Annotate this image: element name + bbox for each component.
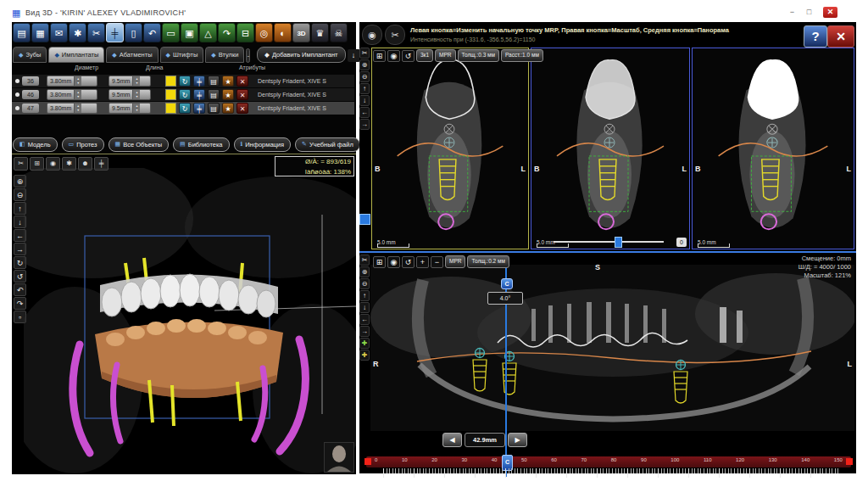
pan-left-icon[interactable]: ← <box>359 314 370 325</box>
delete-icon[interactable]: ⊟ <box>236 23 254 42</box>
scissors-icon[interactable]: ✂ <box>385 25 405 45</box>
zoom-out-icon[interactable]: ⊖ <box>359 71 370 82</box>
angle-icon[interactable]: △ <box>199 23 217 42</box>
divider-slider-handle[interactable] <box>359 214 370 225</box>
layout-icon[interactable]: ▭ <box>162 23 180 42</box>
lower-arch-model[interactable] <box>95 319 283 398</box>
spinner-icon[interactable]: ▴▾ <box>132 90 140 99</box>
length-stepper[interactable]: 9.5mm▴▾ <box>108 103 151 114</box>
xray-star-icon[interactable]: ★ <box>222 89 234 100</box>
model-button[interactable]: ◧Модель <box>13 137 58 152</box>
slice-slider-handle[interactable] <box>615 237 622 248</box>
settings-icon[interactable]: ✱ <box>69 23 86 42</box>
color-swatch[interactable] <box>165 76 176 87</box>
zoom-out-icon[interactable]: ⊖ <box>359 278 370 289</box>
table-row[interactable]: 46 3.80mm▴▾ 9.5mm▴▾ ↻ ╪ ▤ ★ ✕ Dentsply F… <box>12 88 354 101</box>
report-icon[interactable]: ✉ <box>50 23 68 42</box>
camera-icon[interactable]: ◉ <box>387 256 400 268</box>
thickness-button[interactable]: Толщ.:0.3 мм <box>458 49 499 62</box>
axis-3d-icon[interactable]: ✚ <box>359 338 370 349</box>
cut-icon[interactable]: ✂ <box>359 255 370 266</box>
axis-3d-icon[interactable]: ✚ <box>359 350 370 361</box>
table-row[interactable]: 36 3.80mm▴▾ 9.5mm▴▾ ↻ ╪ ▤ ★ ✕ Dentsply F… <box>12 75 354 87</box>
pan-right-icon[interactable]: → <box>359 326 370 337</box>
tab-implants[interactable]: ◆Имплантаты <box>48 47 104 63</box>
slice-slider[interactable] <box>554 241 664 243</box>
thickness-button[interactable]: Толщ.:0.2 мм <box>467 255 509 268</box>
3d-view-icon[interactable]: 3D <box>292 23 310 42</box>
preview-icon[interactable]: ▤ <box>208 76 220 87</box>
color-swatch[interactable] <box>165 103 176 114</box>
restore-button[interactable]: □ <box>803 7 815 18</box>
spinner-icon[interactable]: ▴▾ <box>74 104 81 113</box>
xray-icon[interactable]: ◎ <box>255 23 273 42</box>
refresh-icon[interactable]: ↻ <box>179 89 191 100</box>
lock-icon[interactable]: ╪ <box>193 103 205 114</box>
upper-teeth-model[interactable] <box>100 274 278 317</box>
ruler-end-right[interactable] <box>846 458 853 465</box>
clipboard-icon[interactable]: ▯ <box>125 23 142 42</box>
mpr-slice-2[interactable]: B L 5.0 mm 0 <box>531 48 690 249</box>
step-right-button[interactable]: ▶ <box>508 433 527 447</box>
cursor-handle-top[interactable]: C <box>501 278 513 289</box>
minus-icon[interactable]: − <box>431 256 443 268</box>
preview-icon[interactable]: ▤ <box>208 103 220 114</box>
delete-row-icon[interactable]: ✕ <box>236 76 248 87</box>
pan-up-icon[interactable]: ↑ <box>359 83 370 94</box>
save-icon[interactable]: ▦ <box>31 23 49 42</box>
diameter-stepper[interactable]: 3.80mm▴▾ <box>47 89 97 100</box>
lock-icon[interactable]: ╪ <box>193 89 205 100</box>
slice-image[interactable] <box>531 48 689 249</box>
ruler-end-left[interactable] <box>364 458 371 465</box>
pan-down-icon[interactable]: ↓ <box>359 95 370 106</box>
camera-icon[interactable]: ◉ <box>387 50 400 62</box>
3d-model-scene[interactable] <box>24 168 356 473</box>
expand-icon[interactable]: ⊞ <box>373 50 386 62</box>
delete-row-icon[interactable]: ✕ <box>236 103 248 114</box>
implant-mode-icon[interactable]: ╪ <box>106 23 124 42</box>
close-view-button[interactable]: ✕ <box>827 25 854 48</box>
table-row-selected[interactable]: 47 3.80mm▴▾ 9.5mm▴▾ ↻ ╪ ▤ ★ ✕ Dentsply F… <box>12 102 354 115</box>
step-left-button[interactable]: ◀ <box>442 433 462 447</box>
pan-up-icon[interactable]: ↑ <box>359 290 370 301</box>
diameter-stepper[interactable]: 3.80mm▴▾ <box>47 76 97 87</box>
all-objects-button[interactable]: ▦Все Объекты <box>108 137 170 152</box>
plus-icon[interactable]: + <box>416 256 429 268</box>
crown-icon[interactable]: ♛ <box>311 23 329 42</box>
close-window-button[interactable]: ✕ <box>823 7 837 18</box>
xray-star-icon[interactable]: ★ <box>222 76 234 87</box>
undo-icon[interactable]: ↶ <box>143 23 161 42</box>
patient-avatar[interactable] <box>324 442 354 473</box>
length-stepper[interactable]: 9.5mm▴▾ <box>108 89 151 100</box>
distance-button[interactable]: Расст.:1.0 мм <box>501 49 543 62</box>
information-button[interactable]: ℹИнформация <box>234 137 292 152</box>
panorama-viewport[interactable] <box>370 265 854 431</box>
preview-icon[interactable]: ▤ <box>208 89 220 100</box>
3d-viewport[interactable]: ✂ ⊞ ◉ ✱ ☻ ╪ Ø/À: = 893/619 Iàñøòàá: 138%… <box>12 154 356 474</box>
slice-image[interactable] <box>693 48 854 249</box>
minimize-button[interactable]: − <box>786 7 798 18</box>
pan-down-icon[interactable]: ↓ <box>359 302 370 313</box>
tools-icon[interactable]: ✂ <box>87 23 105 42</box>
mpr-button[interactable]: MPR <box>435 49 455 62</box>
spinner-icon[interactable]: ▴▾ <box>132 76 140 86</box>
library-button[interactable]: ▤Библиотека <box>173 137 229 152</box>
mpr-slice-3[interactable]: B L 5.0 mm <box>692 48 854 249</box>
mpr-button[interactable]: MPR <box>445 255 465 268</box>
pan-right-icon[interactable]: → <box>359 119 370 130</box>
magnifier-icon[interactable]: ◉ <box>362 25 382 45</box>
tab-abutments[interactable]: ◆Абатменты <box>106 47 158 63</box>
position-ruler[interactable]: 010 2030 4050 6070 8090 100110 120130 14… <box>366 456 851 467</box>
spinner-icon[interactable]: ▴▾ <box>132 104 140 113</box>
diameter-stepper[interactable]: 3.80mm▴▾ <box>47 103 97 114</box>
tab-posts[interactable]: ◆Штифты <box>160 47 204 63</box>
cut-icon[interactable]: ✂ <box>359 48 370 59</box>
tab-teeth[interactable]: ◆Зубы <box>13 47 47 63</box>
delete-row-icon[interactable]: ✕ <box>236 89 248 100</box>
training-file-button[interactable]: ✎Учебный файл <box>295 137 360 152</box>
pin-view-icon[interactable]: ▣ <box>181 23 198 42</box>
slice-image[interactable] <box>372 48 528 249</box>
lock-icon[interactable]: ╪ <box>193 76 205 87</box>
pan-left-icon[interactable]: ← <box>359 107 370 118</box>
refresh-icon[interactable]: ↻ <box>179 103 191 114</box>
